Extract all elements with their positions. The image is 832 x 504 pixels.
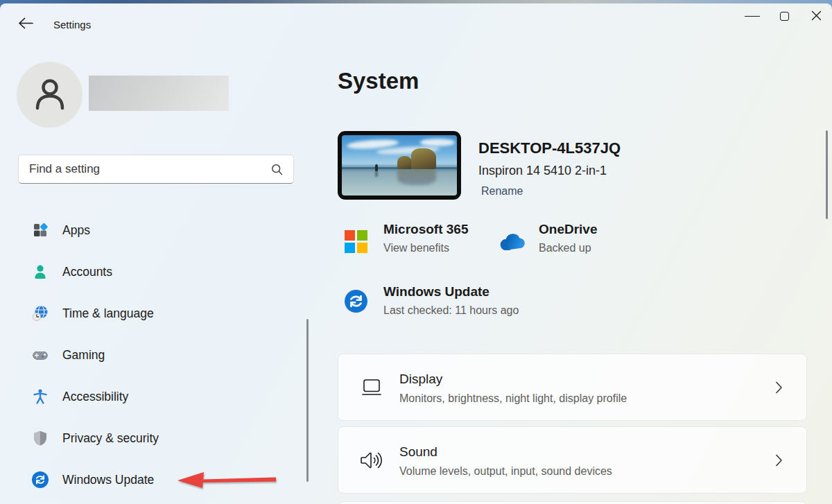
sidebar-item-label: Accounts <box>62 265 112 279</box>
accounts-icon <box>32 263 49 280</box>
chevron-right-icon <box>775 453 783 467</box>
close-icon <box>811 10 822 23</box>
close-button[interactable] <box>800 5 832 28</box>
search-icon[interactable] <box>271 164 283 175</box>
person-reflection <box>375 171 378 177</box>
card-title: Display <box>399 372 442 387</box>
sidebar-scrollbar[interactable] <box>306 319 309 482</box>
quick-info-subtitle[interactable]: View benefits <box>383 242 468 254</box>
titlebar: Settings <box>0 3 832 38</box>
device-name: DESKTOP-4L537JQ <box>478 139 621 157</box>
device-wallpaper <box>342 135 457 195</box>
windows-update-icon <box>32 471 49 488</box>
quick-info-title: Microsoft 365 <box>383 222 468 237</box>
search-box[interactable] <box>18 155 294 184</box>
sidebar-item-label: Apps <box>62 223 90 238</box>
rock-reflection <box>397 170 436 186</box>
quick-info-windows-update[interactable]: Windows Update Last checked: 11 hours ag… <box>383 284 519 317</box>
quick-info-subtitle: Backed up <box>539 242 597 254</box>
sound-icon <box>359 450 384 471</box>
device-thumbnail <box>338 131 461 200</box>
sidebar-item-gaming[interactable]: Gaming <box>6 341 297 369</box>
rename-button[interactable]: Rename <box>481 185 523 198</box>
sidebar-item-time-language[interactable]: Time & language <box>6 299 297 327</box>
rock-shape <box>411 148 437 169</box>
apps-icon <box>32 222 49 238</box>
user-name-redacted <box>89 76 229 111</box>
card-subtitle: Monitors, brightness, night light, displ… <box>399 392 627 405</box>
shield-icon <box>32 430 49 446</box>
sidebar-nav: Apps Accounts Time & lang <box>6 216 297 504</box>
sidebar-item-windows-update[interactable]: Windows Update <box>6 466 297 494</box>
back-arrow-icon <box>18 17 33 31</box>
search-input[interactable] <box>19 162 271 176</box>
microsoft-logo <box>345 230 367 253</box>
app-title: Settings <box>53 19 91 31</box>
rock-shape <box>397 156 413 169</box>
card-sound[interactable]: Sound Volume levels, output, input, soun… <box>338 426 807 494</box>
device-model: Inspiron 14 5410 2-in-1 <box>478 164 607 178</box>
sidebar-item-apps[interactable]: Apps <box>6 216 297 244</box>
cloud-shape <box>420 139 455 146</box>
quick-info-title: OneDrive <box>539 222 597 237</box>
minimize-button[interactable] <box>736 5 768 28</box>
sidebar-item-privacy-security[interactable]: Privacy & security <box>6 424 297 452</box>
main-scrollbar[interactable] <box>826 130 828 219</box>
maximize-icon <box>780 12 789 21</box>
chevron-right-icon <box>775 381 783 394</box>
page-title: System <box>338 68 419 94</box>
window-controls <box>736 5 832 28</box>
settings-window: Settings <box>0 3 832 504</box>
onedrive-cloud-icon <box>498 233 526 254</box>
sidebar-item-label: Gaming <box>62 348 105 363</box>
card-display[interactable]: Display Monitors, brightness, night ligh… <box>338 354 807 421</box>
sidebar-item-label: Time & language <box>62 306 154 321</box>
quick-info-title: Windows Update <box>383 284 519 299</box>
display-icon <box>359 378 384 397</box>
person-silhouette <box>375 164 378 171</box>
quick-info-subtitle: Last checked: 11 hours ago <box>383 304 519 317</box>
person-outline-icon <box>32 76 68 114</box>
card-subtitle: Volume levels, output, input, sound devi… <box>399 465 612 478</box>
windows-update-icon <box>345 290 367 315</box>
back-button[interactable] <box>14 13 37 35</box>
time-language-icon <box>32 305 49 322</box>
sidebar-item-accounts[interactable]: Accounts <box>6 258 297 286</box>
sidebar-item-label: Windows Update <box>62 473 154 487</box>
minimize-icon <box>745 16 760 17</box>
sidebar-item-label: Accessibility <box>62 390 128 404</box>
maximize-button[interactable] <box>768 5 800 28</box>
quick-info-onedrive[interactable]: OneDrive Backed up <box>539 222 597 254</box>
quick-info-microsoft-365[interactable]: Microsoft 365 View benefits <box>383 222 468 254</box>
accessibility-icon <box>32 388 49 405</box>
card-title: Sound <box>399 444 437 460</box>
card-partial-next[interactable] <box>338 501 807 504</box>
sidebar-item-accessibility[interactable]: Accessibility <box>6 383 297 410</box>
sidebar-item-label: Privacy & security <box>62 431 159 446</box>
avatar[interactable] <box>17 62 83 128</box>
gaming-icon <box>32 347 49 363</box>
